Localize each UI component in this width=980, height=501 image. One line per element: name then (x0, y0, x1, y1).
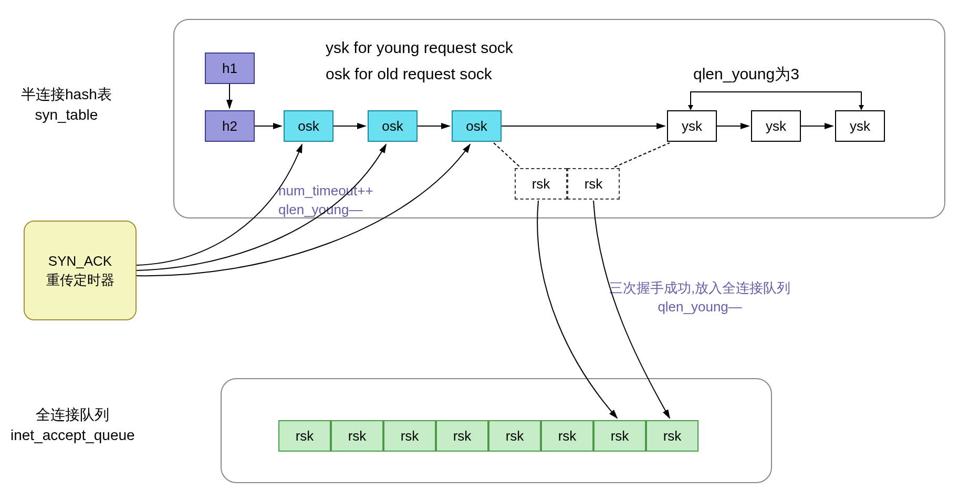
osk-box-2: osk (368, 110, 418, 142)
ysk-label-1: ysk (682, 118, 702, 134)
handshake-note: 三次握手成功,放入全连接队列 qlen_young— (609, 278, 790, 317)
rsk-q-label-8: rsk (663, 428, 682, 444)
rsk-q-1: rsk (278, 420, 331, 452)
rsk-q-label-4: rsk (453, 428, 472, 444)
ysk-description: ysk for young request sock (326, 37, 513, 59)
rsk-q-6: rsk (541, 420, 593, 452)
rsk-q-label-1: rsk (296, 428, 314, 444)
h1-label: h1 (222, 60, 237, 77)
accept-queue-title: 全连接队列 inet_accept_queue (11, 404, 135, 445)
rsk-q-4: rsk (436, 420, 488, 452)
rsk-q-3: rsk (383, 420, 436, 452)
osk-box-1: osk (284, 110, 333, 142)
rsk-dash-label-1: rsk (532, 176, 550, 192)
rsk-q-7: rsk (593, 420, 646, 452)
accept-queue-title-line1: 全连接队列 (36, 406, 109, 423)
rsk-dash-label-2: rsk (585, 176, 603, 192)
rsk-dash-1: rsk (515, 168, 567, 200)
ysk-box-3: ysk (835, 110, 885, 142)
rsk-q-label-3: rsk (401, 428, 419, 444)
rsk-q-label-6: rsk (558, 428, 577, 444)
handshake-note-1: 三次握手成功,放入全连接队列 (609, 280, 790, 296)
ysk-label-2: ysk (766, 118, 786, 134)
syn-table-title: 半连接hash表 syn_table (21, 84, 112, 125)
rsk-q-8: rsk (646, 420, 698, 452)
rsk-dash-2: rsk (567, 168, 620, 200)
h1-box: h1 (205, 53, 255, 84)
ysk-box-1: ysk (667, 110, 717, 142)
rsk-q-2: rsk (331, 420, 383, 452)
osk-label-1: osk (298, 118, 319, 134)
timeout-note: num_timeout++ qlen_young— (278, 181, 373, 220)
rsk-q-5: rsk (488, 420, 541, 452)
timer-line1: SYN_ACK (48, 253, 112, 269)
h2-box: h2 (205, 110, 255, 142)
osk-label-2: osk (382, 118, 403, 134)
handshake-note-2: qlen_young— (658, 299, 742, 315)
osk-description: osk for old request sock (326, 63, 492, 85)
osk-box-3: osk (452, 110, 502, 142)
qlen-young-label: qlen_young为3 (693, 63, 799, 85)
syn-table-title-line2: syn_table (35, 107, 98, 123)
accept-queue-title-line2: inet_accept_queue (11, 427, 135, 443)
h2-label: h2 (222, 118, 237, 134)
rsk-q-label-2: rsk (348, 428, 367, 444)
ysk-box-2: ysk (751, 110, 801, 142)
syn-ack-timer: SYN_ACK 重传定时器 (24, 221, 137, 320)
ysk-label-3: ysk (850, 118, 870, 134)
rsk-q-label-7: rsk (611, 428, 629, 444)
syn-table-title-line1: 半连接hash表 (21, 86, 112, 102)
osk-label-3: osk (466, 118, 487, 134)
timeout-note-1: num_timeout++ (278, 183, 373, 199)
timer-line2: 重传定时器 (46, 272, 114, 288)
timeout-note-2: qlen_young— (278, 202, 362, 217)
rsk-q-label-5: rsk (506, 428, 524, 444)
